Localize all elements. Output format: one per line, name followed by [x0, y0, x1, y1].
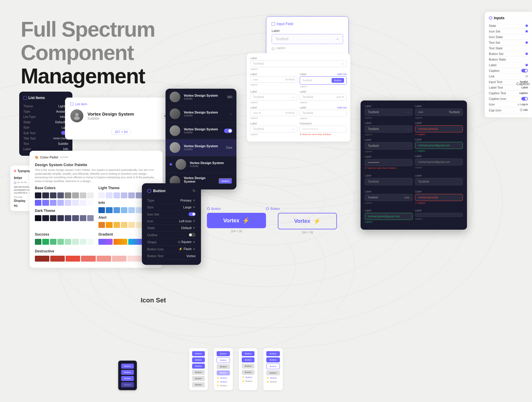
svg-marker-22 [207, 208, 210, 210]
password-field[interactable]: •••••••••• [300, 126, 347, 132]
button-grid-4: Button Button Button Button ⚡ Button ⚡ B… [263, 348, 283, 390]
color-swatch [80, 215, 86, 221]
mini-btn[interactable]: Button [192, 364, 205, 369]
refresh-icon[interactable]: ↻ [192, 189, 196, 193]
dark-textfield-usd[interactable]: USDTextfield [415, 108, 463, 116]
color-swatch [50, 256, 65, 262]
dark-textfield[interactable]: •••••••••••• [365, 159, 413, 166]
dark-textfield[interactable]: michael.james@gmail.com [365, 213, 413, 220]
mini-btn[interactable]: Button [121, 376, 134, 381]
mini-btn[interactable]: Button [192, 370, 205, 375]
mini-btn[interactable]: Button [192, 376, 205, 381]
prop-row-type: Type Primary ▼ [147, 197, 196, 204]
mini-btn[interactable]: Button [217, 357, 230, 363]
button-grid-3: Button Button Button Button ⚡ Button ⚡ B… [239, 348, 257, 390]
button-grid-2: Button Button Button Button ⚡ Button ⚡ B… [214, 348, 233, 390]
mini-btn[interactable]: Button [242, 364, 254, 369]
color-swatch [97, 256, 111, 262]
mini-btn[interactable]: Button [242, 351, 254, 356]
dark-textfield[interactable]: Textfield→ [365, 108, 413, 116]
toggle[interactable] [224, 129, 232, 133]
dark-textfield[interactable]: michael.james@gmail.com [415, 158, 463, 166]
textfield-5a[interactable]: Textfield → [250, 126, 297, 132]
color-swatch [136, 192, 142, 198]
textfield[interactable]: Textfield → [250, 60, 347, 67]
field-button[interactable]: Button [332, 78, 344, 83]
textfield-3a[interactable]: Textfield → [250, 94, 297, 100]
dark-textfield[interactable]: Textfield [365, 178, 413, 185]
prop-row-button-icon: Button Icon ⚡ Flash ▼ [147, 246, 196, 253]
color-swatch [98, 222, 105, 228]
sidebar-item: Icon State [489, 34, 528, 40]
mini-btn[interactable]: Button [266, 357, 280, 362]
svg-marker-20 [489, 17, 492, 20]
mini-btn[interactable]: Button [217, 370, 230, 375]
dark-textfield[interactable]: michael.james@ [415, 194, 463, 201]
textfield-3b[interactable]: Textfield USD ▼ [300, 94, 347, 100]
avatar [170, 108, 180, 119]
dark-textfield[interactable] [415, 213, 463, 217]
mini-btn[interactable]: Button [266, 364, 280, 369]
color-swatch [65, 192, 71, 198]
color-swatch [121, 192, 127, 198]
sidebar-item: Icon ◇ Log-in [489, 102, 528, 107]
color-swatch [57, 239, 64, 245]
textfield-input[interactable]: Textfield → [272, 34, 343, 44]
gradient-swatch [113, 239, 128, 245]
mini-btn[interactable]: Button [121, 370, 134, 375]
mini-btn[interactable]: Button [266, 351, 280, 356]
button-vortex-filled[interactable]: Vortex ⚡ [207, 213, 266, 228]
mini-btn[interactable]: Button [266, 370, 280, 375]
color-swatch [80, 200, 86, 206]
dark-textfield[interactable]: michael.james@gmail.com [415, 142, 463, 149]
mini-btn[interactable]: Button [121, 382, 134, 387]
mini-btn[interactable]: Button [192, 351, 205, 356]
header-title-light: Full Spectrum Component [21, 18, 204, 64]
mini-btn[interactable]: Button [192, 382, 205, 387]
color-swatch [57, 200, 64, 206]
palette-subtitle: Design System Color Palette [35, 163, 157, 167]
color-swatch [113, 192, 120, 198]
sidebar-item: Button State [489, 57, 528, 62]
sidebar-item: Text Set [489, 40, 528, 46]
textfield-usd[interactable]: USD Textfield [250, 76, 297, 83]
field-label: Label [272, 29, 343, 33]
dark-textfield[interactable]: Textfield USD [365, 194, 413, 201]
color-swatch [50, 192, 56, 198]
textfield-4b[interactable]: Textfield [300, 110, 347, 116]
mini-btn[interactable]: Button [217, 364, 230, 369]
button-badge[interactable]: Button [219, 178, 232, 184]
color-swatch [57, 192, 64, 198]
dark-btn-grid: Button Button Button Button [118, 361, 137, 390]
button-panel: Button ↻ Type Primary ▼ Size Large ▼ Ico… [142, 183, 201, 265]
color-swatch [35, 256, 49, 262]
mini-btn[interactable]: Button [192, 357, 205, 362]
color-swatch [87, 215, 94, 221]
color-swatch [42, 215, 49, 221]
prop-row-state: State Default ▼ [147, 225, 196, 231]
dark-textfield[interactable]: Textfield→ [365, 125, 413, 133]
color-swatch [65, 215, 71, 221]
dark-textfield[interactable]: Textfield [415, 178, 463, 185]
sidebar-item: Text State [489, 46, 528, 51]
textfield-4a[interactable]: USD ▼ Textfield [250, 110, 297, 116]
color-swatch [87, 200, 94, 206]
avatar [170, 142, 180, 153]
mini-btn[interactable]: Button [242, 357, 254, 362]
color-swatch [112, 256, 126, 262]
color-swatch [35, 192, 41, 198]
mini-btn[interactable]: Button [217, 351, 230, 356]
button-vortex-outline[interactable]: Vortex ⚡ [278, 213, 337, 229]
dark-textfield[interactable]: michael.james@ [415, 125, 463, 132]
dark-textfield[interactable]: Textfield→ [365, 142, 413, 150]
sidebar-item: Cap Icon ⓘ Info [489, 107, 528, 113]
list-item: Vortex Design System Subtitle Date [166, 139, 236, 156]
list-item-header: List item [70, 102, 172, 106]
sidebar-item: Caption Text caption [489, 90, 528, 96]
textfield-blue[interactable]: Textfield Button [300, 76, 347, 85]
mini-btn[interactable]: Button [242, 370, 254, 375]
mini-btn[interactable]: Button [121, 364, 134, 369]
prop-row-outline: Outline [147, 231, 196, 239]
color-swatch [72, 192, 79, 198]
color-swatch [50, 239, 56, 245]
